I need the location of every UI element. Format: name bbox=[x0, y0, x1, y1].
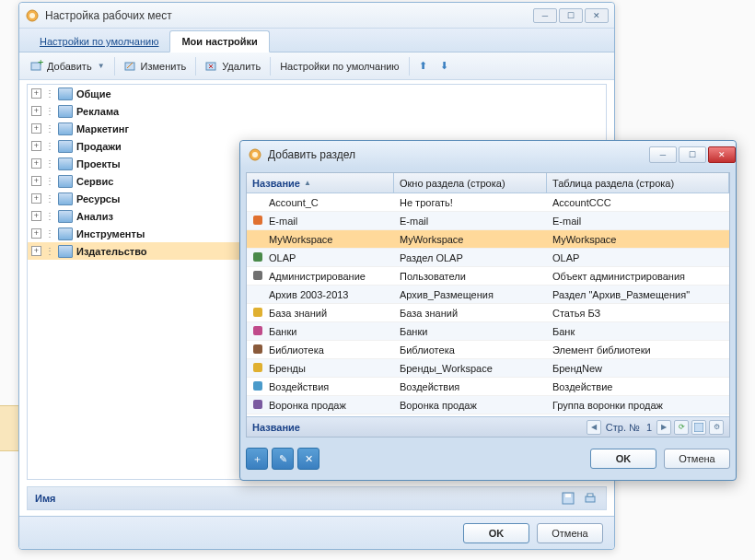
cell-name: Account_C bbox=[269, 197, 319, 208]
cancel-button[interactable]: Отмена bbox=[537, 523, 603, 543]
defaults-button[interactable]: Настройки по умолчанию bbox=[274, 58, 404, 75]
cell-name: Библиотека bbox=[269, 344, 324, 356]
row-icon bbox=[252, 288, 265, 301]
row-icon bbox=[252, 344, 265, 356]
save-button[interactable] bbox=[691, 420, 706, 435]
cell-table: Статья БЗ bbox=[547, 308, 729, 319]
column-table[interactable]: Таблица раздела (строка) bbox=[547, 173, 729, 192]
dots-icon: ⋮ bbox=[45, 193, 54, 204]
dots-icon: ⋮ bbox=[45, 228, 54, 239]
dots-icon: ⋮ bbox=[45, 123, 54, 134]
toolbar: + Добавить ▼ Изменить Удалить Настройки … bbox=[19, 52, 614, 80]
tree-label: Общие bbox=[76, 88, 111, 99]
cell-window: Бренды_Workspace bbox=[394, 363, 547, 374]
close-button[interactable]: ✕ bbox=[585, 8, 609, 23]
delete-button[interactable]: Удалить bbox=[200, 57, 266, 76]
expand-icon[interactable]: + bbox=[31, 106, 41, 116]
tree-item[interactable]: + ⋮ Реклама bbox=[28, 102, 606, 120]
expand-icon[interactable]: + bbox=[31, 158, 41, 169]
cell-table: AccountCCC bbox=[547, 197, 729, 208]
column-name[interactable]: Название bbox=[247, 173, 394, 192]
title-bar: Настройка рабочих мест ─ ☐ ✕ bbox=[19, 3, 614, 29]
cell-window: Архив_Размещения bbox=[394, 289, 547, 300]
expand-icon[interactable]: + bbox=[31, 228, 41, 239]
tree-item[interactable]: + ⋮ Маркетинг bbox=[28, 120, 606, 137]
cell-window: Не трогать! bbox=[394, 197, 547, 208]
cell-window: Библиотека bbox=[394, 344, 547, 356]
svg-text:+: + bbox=[38, 60, 43, 67]
table-row[interactable]: Воронка продаж Воронка продаж Группа вор… bbox=[247, 396, 729, 414]
page-number: 1 bbox=[645, 422, 654, 433]
refresh-button[interactable]: ⟳ bbox=[674, 420, 689, 435]
cell-name: Администрирование bbox=[269, 271, 366, 282]
folder-icon bbox=[58, 158, 73, 170]
tree-label: Издательство bbox=[76, 246, 147, 257]
dots-icon: ⋮ bbox=[45, 106, 54, 116]
close-button[interactable]: ✕ bbox=[708, 146, 736, 163]
table-row[interactable]: Банки Банки Банк bbox=[247, 322, 729, 341]
grid-body[interactable]: Account_C Не трогать! AccountCCCE-mail E… bbox=[247, 193, 729, 416]
svg-rect-8 bbox=[586, 496, 595, 502]
table-row[interactable]: Воздействия Воздействия Воздействие bbox=[247, 378, 729, 396]
move-down-button[interactable]: ⬇ bbox=[435, 57, 454, 75]
table-row[interactable]: E-mail E-mail E-mail bbox=[247, 212, 729, 230]
page-prefix: Стр. № bbox=[604, 422, 642, 433]
cell-name: Воронка продаж bbox=[269, 400, 346, 411]
tree-item[interactable]: + ⋮ Общие bbox=[28, 85, 606, 102]
dialog-ok-button[interactable]: OK bbox=[590, 449, 656, 469]
cell-name: Бренды bbox=[269, 363, 306, 374]
save-icon[interactable] bbox=[560, 490, 576, 507]
minimize-button[interactable]: ─ bbox=[649, 146, 677, 163]
folder-icon bbox=[58, 192, 73, 205]
expand-icon[interactable]: + bbox=[31, 123, 41, 134]
maximize-button[interactable]: ☐ bbox=[559, 8, 583, 23]
settings-button[interactable]: ⚙ bbox=[709, 420, 724, 435]
add-record-button[interactable]: ＋ bbox=[246, 448, 268, 470]
cell-table: Группа воронки продаж bbox=[547, 400, 729, 411]
svg-rect-12 bbox=[253, 216, 262, 225]
folder-icon bbox=[58, 105, 73, 118]
page-next-button[interactable]: ▶ bbox=[656, 420, 671, 435]
edit-button[interactable]: Изменить bbox=[119, 57, 192, 76]
maximize-button[interactable]: ☐ bbox=[679, 146, 706, 163]
cell-table: OLAP bbox=[547, 252, 729, 263]
print-icon[interactable] bbox=[582, 490, 598, 507]
table-row[interactable]: Бренды Бренды_Workspace БрендNew bbox=[247, 359, 729, 378]
table-row[interactable]: Библиотека Библиотека Элемент библиотеки bbox=[247, 341, 729, 359]
cell-table: E-mail bbox=[547, 216, 729, 227]
move-up-button[interactable]: ⬆ bbox=[413, 57, 433, 75]
tab-my-settings[interactable]: Мои настройки bbox=[169, 30, 269, 52]
expand-icon[interactable]: + bbox=[31, 246, 41, 256]
add-button[interactable]: + Добавить ▼ bbox=[25, 57, 110, 76]
column-window[interactable]: Окно раздела (строка) bbox=[394, 173, 547, 192]
cell-window: Банки bbox=[394, 326, 547, 337]
svg-rect-22 bbox=[694, 423, 703, 432]
svg-rect-19 bbox=[253, 381, 262, 391]
page-first-button[interactable]: ◀ bbox=[587, 420, 601, 435]
svg-rect-14 bbox=[253, 271, 262, 280]
expand-icon[interactable]: + bbox=[31, 176, 41, 186]
expand-icon[interactable]: + bbox=[31, 193, 41, 204]
table-row[interactable]: Account_C Не трогать! AccountCCC bbox=[247, 193, 729, 212]
ok-button[interactable]: OK bbox=[463, 523, 529, 543]
cell-name: Банки bbox=[269, 326, 296, 337]
delete-record-button[interactable]: ✕ bbox=[297, 448, 319, 470]
row-icon bbox=[252, 399, 265, 412]
minimize-button[interactable]: ─ bbox=[533, 8, 557, 23]
table-row[interactable]: Администрирование Пользователи Объект ад… bbox=[247, 267, 729, 286]
cell-window: Воздействия bbox=[394, 381, 547, 392]
cell-name: Архив 2003-2013 bbox=[269, 289, 348, 300]
svg-rect-15 bbox=[253, 308, 262, 317]
table-row[interactable]: База знаний База знаний Статья БЗ bbox=[247, 304, 729, 322]
cell-table: Элемент библиотеки bbox=[547, 344, 729, 356]
table-row[interactable]: OLAP Раздел OLAP OLAP bbox=[247, 249, 729, 267]
table-row[interactable]: Архив 2003-2013 Архив_Размещения Раздел … bbox=[247, 286, 729, 304]
edit-record-button[interactable]: ✎ bbox=[272, 448, 294, 470]
table-row[interactable]: MyWorkspace MyWorkspace MyWorkspace bbox=[247, 230, 729, 249]
dialog-title: Добавить раздел bbox=[268, 148, 647, 161]
tab-default-settings[interactable]: Настройки по умолчанию bbox=[29, 31, 169, 52]
expand-icon[interactable]: + bbox=[31, 141, 41, 151]
expand-icon[interactable]: + bbox=[31, 211, 41, 221]
expand-icon[interactable]: + bbox=[31, 88, 41, 99]
dialog-cancel-button[interactable]: Отмена bbox=[664, 449, 730, 469]
